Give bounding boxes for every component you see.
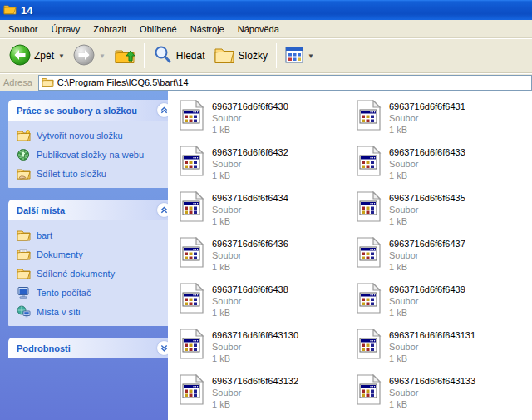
sidebar-section-header-3[interactable]: Podrobnosti [8,338,168,358]
file-size: 1 kB [212,170,288,181]
file-item[interactable]: 6963716d6f6f6432Soubor1 kB [178,144,355,190]
sidebar-section-header-1[interactable]: Práce se soubory a složkou [8,100,168,121]
sidebar-item-sd-len-dokumenty[interactable]: Sdílené dokumenty [17,267,168,279]
sidebar-item-label: Sdílet tuto složku [37,169,106,179]
folder-up-icon [114,45,135,67]
chevron-down-icon[interactable] [157,341,168,355]
file-icon [178,237,205,269]
address-path: C:\Program Files\ICQ6.5\bart\14 [57,77,189,87]
file-name: 6963716d6f6f6437 [389,238,466,250]
sidebar-section-header-2[interactable]: Další místa [8,200,168,220]
file-name: 6963716d6f6f6431 [389,101,466,112]
file-size: 1 kB [389,124,466,136]
file-size: 1 kB [212,353,298,364]
views-icon [285,47,303,65]
sidebar-item-label: Místa v síti [37,307,81,317]
file-icon [178,100,205,131]
menu-item-3[interactable]: Zobrazit [86,22,133,37]
views-dropdown-arrow[interactable]: ▼ [308,52,314,60]
views-button[interactable]: ▼ [281,42,318,70]
file-item[interactable]: 6963716d6f6f6433Soubor1 kB [355,144,532,190]
sidebar-item-label: Vytvořit novou složku [37,131,123,141]
file-meta: 6963716d6f6f6436Soubor1 kB [212,237,288,281]
file-type: Soubor [389,387,475,398]
file-meta: 6963716d6f6f643133Soubor1 kB [389,374,475,418]
file-icon [178,283,205,314]
file-icon [178,329,205,360]
file-meta: 6963716d6f6f6438Soubor1 kB [212,283,288,327]
file-name: 6963716d6f6f6435 [389,192,466,204]
file-icon [178,191,205,223]
file-type: Soubor [389,112,466,124]
file-item[interactable]: 6963716d6f6f6431Soubor1 kB [355,98,532,144]
file-item[interactable]: 6963716d6f6f6435Soubor1 kB [355,190,532,235]
file-meta: 6963716d6f6f643130Soubor1 kB [212,329,298,373]
file-type: Soubor [212,204,288,215]
file-item[interactable]: 6963716d6f6f6438Soubor1 kB [178,281,355,327]
toolbar: Zpět ▼ ▼ [0,39,532,73]
file-size: 1 kB [389,307,466,319]
file-meta: 6963716d6f6f6435Soubor1 kB [389,191,466,235]
file-name: 6963716d6f6f6432 [212,146,288,158]
sidebar-item-label: bart [37,230,52,240]
up-button[interactable] [110,42,140,70]
back-button[interactable]: Zpět ▼ [5,42,69,70]
file-name: 6963716d6f6f6436 [212,238,288,250]
sidebar-item-dokumenty[interactable]: Dokumenty [17,248,168,260]
file-type: Soubor [389,250,466,261]
address-label: Adresa [0,77,38,87]
sidebar-section-3: Podrobnosti [8,338,168,358]
search-button[interactable]: Hledat [149,42,209,70]
file-meta: 6963716d6f6f6430Soubor1 kB [212,100,288,144]
file-meta: 6963716d6f6f643131Soubor1 kB [389,329,475,373]
sidebar-item-label: Sdílené dokumenty [37,269,115,279]
file-meta: 6963716d6f6f6437Soubor1 kB [389,237,466,281]
sidebar-section-title: Práce se soubory a složkou [17,106,137,116]
folders-label: Složky [239,50,268,62]
title-bar: 14 [0,0,532,20]
menu-item-1[interactable]: Soubor [2,22,44,37]
sidebar-item-publikovat-slo-ky-na-webu[interactable]: Publikovat složky na webu [17,148,168,161]
sidebar-item-vytvo-it-novou-slo-ku[interactable]: Vytvořit novou složku [17,129,168,141]
sidebar-item-bart[interactable]: bart [17,229,168,241]
menu-item-4[interactable]: Oblíbené [133,22,184,37]
file-type: Soubor [212,250,288,261]
menu-item-2[interactable]: Úpravy [44,22,86,37]
menu-bar: SouborÚpravyZobrazitOblíbenéNástrojeNápo… [0,20,532,38]
forward-icon [73,44,95,67]
back-dropdown-arrow[interactable]: ▼ [58,52,65,60]
publish-web-icon [17,148,31,161]
address-input[interactable]: C:\Program Files\ICQ6.5\bart\14 [38,75,532,91]
sidebar-item-m-sta-v-s-ti[interactable]: Místa v síti [17,305,168,318]
sidebar-item-sd-let-tuto-slo-ku[interactable]: Sdílet tuto složku [17,167,168,180]
sidebar-item-tento-po-ta-[interactable]: Tento počítač [17,286,168,299]
file-item[interactable]: 6963716d6f6f6437Soubor1 kB [355,235,532,281]
file-meta: 6963716d6f6f6439Soubor1 kB [389,283,466,327]
folders-icon [214,45,235,67]
file-name: 6963716d6f6f6430 [212,101,288,112]
file-item[interactable]: 6963716d6f6f643130Soubor1 kB [178,327,355,373]
forward-button[interactable]: ▼ [69,42,110,70]
file-item[interactable]: 6963716d6f6f6439Soubor1 kB [355,281,532,327]
file-item[interactable]: 6963716d6f6f643133Soubor1 kB [355,373,532,418]
file-item[interactable]: 6963716d6f6f6430Soubor1 kB [178,98,355,144]
network-icon [17,305,31,318]
toolbar-separator [144,43,145,68]
file-type: Soubor [212,158,288,170]
file-item[interactable]: 6963716d6f6f6436Soubor1 kB [178,235,355,281]
chevron-up-icon[interactable] [157,103,168,117]
file-item[interactable]: 6963716d6f6f643131Soubor1 kB [355,327,532,373]
file-name: 6963716d6f6f6438 [212,284,288,295]
menu-item-6[interactable]: Nápověda [231,22,286,37]
file-item[interactable]: 6963716d6f6f6434Soubor1 kB [178,190,355,235]
forward-dropdown-arrow[interactable]: ▼ [99,52,106,60]
address-bar: Adresa C:\Program Files\ICQ6.5\bart\14 [0,74,532,91]
computer-icon [17,286,31,299]
folders-button[interactable]: Složky [209,42,272,70]
menu-item-5[interactable]: Nástroje [184,22,231,37]
file-item[interactable]: 6963716d6f6f643132Soubor1 kB [178,373,355,418]
documents-icon [17,248,31,260]
file-icon [178,374,205,406]
chevron-up-icon[interactable] [157,203,168,217]
file-size: 1 kB [389,353,475,364]
